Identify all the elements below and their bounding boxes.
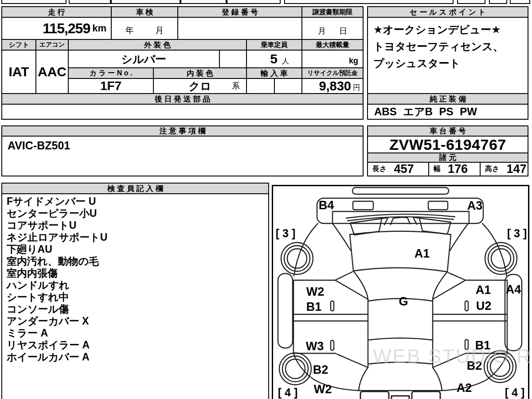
damage-code-windshield: A1 (415, 248, 430, 260)
notes-value: AVIC-BZ501 (1, 136, 364, 176)
import-header: 輸 入 車 (246, 67, 302, 79)
damage-diagram-box: B4 A3 [ 3 ] [ 3 ] A1 G W2 B1 A1 U2 A4 W3… (272, 185, 529, 399)
remnant-cell (1, 0, 66, 4)
auction-sheet: { "info": { "mileage_label": "走 行", "mil… (0, 0, 532, 399)
shaken-month-label: 月 (155, 25, 164, 36)
dimension-height-value: 147 (506, 162, 526, 176)
exterior-color-spare-cell (219, 50, 247, 68)
import-value-right (274, 78, 302, 94)
transfer-deadline-value: 月 日 (301, 17, 364, 40)
damage-code-roof: G (399, 296, 408, 308)
mileage-unit: km (92, 23, 106, 34)
inspector-header: 検 査 員 記 入 欄 (1, 183, 269, 194)
inspector-line: リヤスポイラー A (7, 339, 268, 351)
tire-mark-front-right: [ 3 ] (507, 228, 527, 239)
shaken-year-label: 年 (125, 25, 134, 36)
notes-header: 注 意 事 項 欄 (1, 125, 364, 137)
transfer-deadline-header: 譲渡書類期限 (301, 6, 364, 18)
remnant-cell (284, 0, 454, 4)
exterior-color-value: シルバー (68, 50, 220, 68)
dimension-length-label: 長さ (372, 164, 387, 174)
sales-point-header: セ ー ル ス ポ イ ン ト (367, 6, 528, 18)
import-value-left (246, 78, 275, 94)
remnant-cell (69, 0, 111, 4)
chassis-number-value: ZVW51-6194767 (367, 136, 528, 153)
watermark: WEB STUDIO RU (373, 345, 532, 368)
exterior-color-header: 外 装 色 (68, 39, 247, 51)
sales-point-value: ★オークションデビュー★ トヨタセーフティセンス、 プッシュスタート (367, 17, 528, 94)
inspector-line: 室内汚れ、動物の毛 (7, 255, 268, 267)
interior-color-value: クロ 系 (153, 78, 247, 94)
dimension-width-label: 幅 (434, 164, 441, 174)
recycle-deposit-unit: 円 (353, 83, 360, 93)
inspector-line: ハンドルすれ (7, 279, 268, 291)
dimension-height: 高さ 147 (480, 162, 528, 176)
remnant-cell (457, 0, 485, 4)
color-no-header: カ ラ ー N o . (68, 67, 154, 79)
capacity-number: 5 (270, 51, 278, 66)
max-load-header: 最大積載量 (301, 39, 364, 51)
dimension-width: 幅 176 (428, 162, 481, 176)
mileage-header: 走 行 (1, 6, 112, 18)
inspector-line: ネジ止ロアサポートU (7, 231, 268, 243)
tire-mark-front-left: [ 3 ] (276, 228, 295, 239)
shift-header: シフト (1, 39, 36, 51)
remnant-cell (180, 0, 227, 4)
damage-code-rear-left: W2 (314, 383, 332, 395)
remnant-cell (227, 0, 281, 4)
mileage-value: 115,259 km (1, 17, 112, 40)
capacity-unit: 人 (282, 57, 289, 66)
tire-mark-rear-right: [ 4 ] (505, 387, 524, 398)
inspector-line: シートすれ中 (7, 291, 268, 303)
interior-color-name: クロ (188, 79, 211, 94)
capacity-header: 乗車定員 (246, 39, 302, 51)
car-top-view-diagram: B4 A3 [ 3 ] [ 3 ] A1 G W2 B1 A1 U2 A4 W3… (272, 185, 529, 399)
inspector-line: Fサイドメンバー U (7, 196, 268, 207)
mileage-number: 115,259 (43, 20, 90, 37)
shaken-value: 年 月 (111, 17, 178, 40)
aircon-header: エアコン (35, 39, 69, 51)
sales-point-line: ★オークションデビュー★ (373, 21, 522, 38)
recycle-deposit-value: 9,830 円 (301, 78, 364, 94)
interior-color-header: 内 装 色 (153, 67, 247, 79)
sales-point-line: トヨタセーフティセンス、 (373, 38, 522, 55)
dimension-length-value: 457 (394, 162, 414, 176)
inspector-line: 室内内張傷 (7, 267, 268, 279)
damage-code-rear-door-left: W3 (306, 340, 324, 352)
inspector-line: コアサポートU (7, 219, 268, 231)
damage-code-front-bumper-right: A3 (467, 200, 483, 212)
damage-code-quarter-left: B2 (313, 364, 329, 376)
recycle-deposit-number: 9,830 (319, 79, 351, 94)
dimension-height-label: 高さ (485, 164, 499, 174)
remnant-cell (510, 0, 530, 4)
remnant-cell (489, 0, 507, 4)
damage-code-side-sill-right: A4 (506, 284, 521, 296)
deadline-month-label: 月 (318, 26, 326, 36)
inspector-line: ホイールカバー A (7, 351, 268, 363)
inspector-line: センターピラー小U (7, 207, 268, 219)
interior-color-suffix: 系 (232, 81, 240, 91)
color-no-value: 1F7 (68, 78, 154, 94)
later-parts-value (1, 104, 364, 120)
shift-value: IAT (1, 50, 36, 94)
damage-code-front-bumper-left: B4 (319, 200, 334, 211)
damage-code-front-door-left-upper: W2 (306, 286, 325, 298)
capacity-value: 5 人 (246, 50, 302, 68)
damage-code-front-door-right-lower: U2 (476, 300, 492, 312)
sales-point-line: プッシュスタート (373, 55, 522, 72)
later-parts-header: 後 日 発 送 部 品 (1, 93, 364, 105)
damage-code-front-door-left-lower: B1 (306, 301, 322, 313)
max-load-value: kg (301, 50, 364, 68)
registration-header: 登 録 番 号 (177, 6, 302, 18)
dimensions-header: 諸 元 (367, 153, 528, 163)
inspector-line: アンダーカバー X (7, 315, 268, 327)
inspector-notes: Fサイドメンバー U センターピラー小U コアサポートU ネジ止ロアサポートU … (1, 193, 269, 399)
damage-code-front-door-right-upper: A1 (476, 284, 491, 296)
inspector-line: コンソール傷 (7, 303, 268, 315)
chassis-number-header: 車 台 番 号 (367, 125, 528, 137)
dimension-width-value: 176 (448, 162, 468, 176)
inspector-line: ミラー A (7, 327, 268, 339)
tire-mark-rear-left: [ 4 ] (278, 387, 297, 398)
deadline-day-label: 日 (339, 26, 347, 36)
damage-code-rear-right: A2 (457, 382, 472, 394)
